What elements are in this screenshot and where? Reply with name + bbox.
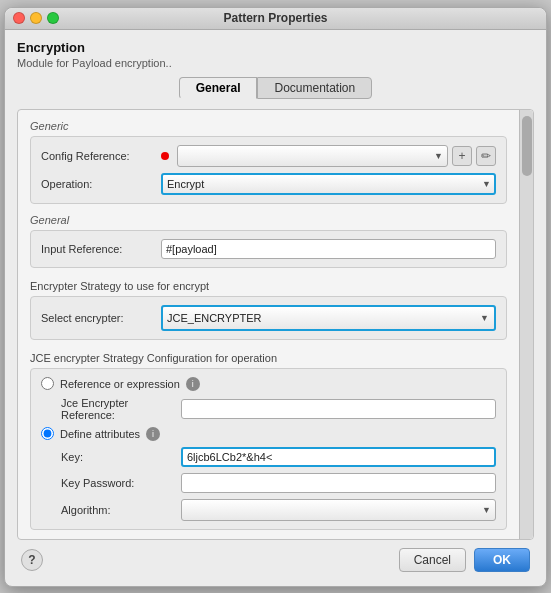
ok-button[interactable]: OK xyxy=(474,548,530,572)
operation-select[interactable]: Encrypt xyxy=(161,173,496,195)
tab-general[interactable]: General xyxy=(179,77,258,99)
window-title: Pattern Properties xyxy=(223,11,327,25)
select-encrypter-label: Select encrypter: xyxy=(41,312,161,324)
operation-label: Operation: xyxy=(41,178,161,190)
maximize-button[interactable] xyxy=(47,12,59,24)
window-body: Encryption Module for Payload encryption… xyxy=(5,30,546,586)
config-edit-button[interactable]: ✏ xyxy=(476,146,496,166)
content-area: Generic Config Reference: xyxy=(18,110,519,539)
input-reference-label: Input Reference: xyxy=(41,243,161,255)
jce-ref-row: Jce Encrypter Reference: xyxy=(41,397,496,421)
scrollbar-track[interactable] xyxy=(519,110,533,539)
config-reference-select-wrapper xyxy=(177,145,448,167)
title-bar: Pattern Properties xyxy=(5,8,546,30)
algorithm-select[interactable] xyxy=(181,499,496,521)
footer: ? Cancel OK xyxy=(17,540,534,576)
operation-field: Encrypt xyxy=(161,173,496,195)
define-radio-label: Define attributes xyxy=(60,428,140,440)
minimize-button[interactable] xyxy=(30,12,42,24)
ref-info-icon[interactable]: i xyxy=(186,377,200,391)
ref-radio[interactable] xyxy=(41,377,54,390)
encrypter-select-wrapper: JCE_ENCRYPTER xyxy=(161,305,496,331)
input-reference-row: Input Reference: xyxy=(41,239,496,259)
key-field xyxy=(181,447,496,467)
config-reference-select[interactable] xyxy=(177,145,448,167)
define-info-icon[interactable]: i xyxy=(146,427,160,441)
jce-ref-field xyxy=(181,399,496,419)
main-window: Pattern Properties Encryption Module for… xyxy=(4,7,547,587)
generic-group-label: Generic xyxy=(30,120,507,132)
config-reference-label: Config Reference: xyxy=(41,150,161,162)
config-add-button[interactable]: + xyxy=(452,146,472,166)
ref-radio-label: Reference or expression xyxy=(60,378,180,390)
close-button[interactable] xyxy=(13,12,25,24)
help-button[interactable]: ? xyxy=(21,549,43,571)
section-title: Encryption xyxy=(17,40,534,55)
key-password-field xyxy=(181,473,496,493)
jce-config-label: JCE encrypter Strategy Configuration for… xyxy=(30,352,507,364)
key-password-input[interactable] xyxy=(181,473,496,493)
general-group: General Input Reference: xyxy=(30,214,507,268)
generic-form-group: Config Reference: + ✏ xyxy=(30,136,507,204)
config-reference-row: Config Reference: + ✏ xyxy=(41,145,496,167)
jce-ref-input[interactable] xyxy=(181,399,496,419)
tabs-bar: General Documentation xyxy=(17,77,534,99)
scrollbar-thumb[interactable] xyxy=(522,116,532,176)
encrypter-select[interactable]: JCE_ENCRYPTER xyxy=(163,307,494,329)
input-reference-field xyxy=(161,239,496,259)
jce-ref-label: Jce Encrypter Reference: xyxy=(61,397,181,421)
key-input[interactable] xyxy=(181,447,496,467)
section-subtitle: Module for Payload encryption.. xyxy=(17,57,534,69)
tab-documentation[interactable]: Documentation xyxy=(257,77,372,99)
define-radio-row: Define attributes i xyxy=(41,427,496,441)
general-group-label: General xyxy=(30,214,507,226)
key-row: Key: xyxy=(41,447,496,467)
key-label: Key: xyxy=(61,451,181,463)
algorithm-select-wrapper xyxy=(181,499,496,521)
generic-group: Generic Config Reference: xyxy=(30,120,507,204)
key-password-row: Key Password: xyxy=(41,473,496,493)
encrypter-strategy-group: Encrypter Strategy to use for encrypt Se… xyxy=(30,278,507,340)
config-error-dot xyxy=(161,152,169,160)
encrypter-strategy-label: Encrypter Strategy to use for encrypt xyxy=(30,280,507,292)
algorithm-label: Algorithm: xyxy=(61,504,181,516)
jce-config-form-group: Reference or expression i Jce Encrypter … xyxy=(30,368,507,530)
jce-config-group: JCE encrypter Strategy Configuration for… xyxy=(30,350,507,530)
cancel-button[interactable]: Cancel xyxy=(399,548,466,572)
input-reference-input[interactable] xyxy=(161,239,496,259)
ref-radio-row: Reference or expression i xyxy=(41,377,496,391)
footer-buttons: Cancel OK xyxy=(399,548,530,572)
algorithm-row: Algorithm: xyxy=(41,499,496,521)
general-form-group: Input Reference: xyxy=(30,230,507,268)
key-password-label: Key Password: xyxy=(61,477,181,489)
select-encrypter-row: Select encrypter: JCE_ENCRYPTER xyxy=(41,305,496,331)
operation-select-wrapper: Encrypt xyxy=(161,173,496,195)
window-controls xyxy=(13,12,59,24)
config-reference-field: + ✏ xyxy=(161,145,496,167)
operation-row: Operation: Encrypt xyxy=(41,173,496,195)
algorithm-field xyxy=(181,499,496,521)
define-radio[interactable] xyxy=(41,427,54,440)
select-encrypter-field: JCE_ENCRYPTER xyxy=(161,305,496,331)
encrypter-strategy-form-group: Select encrypter: JCE_ENCRYPTER xyxy=(30,296,507,340)
